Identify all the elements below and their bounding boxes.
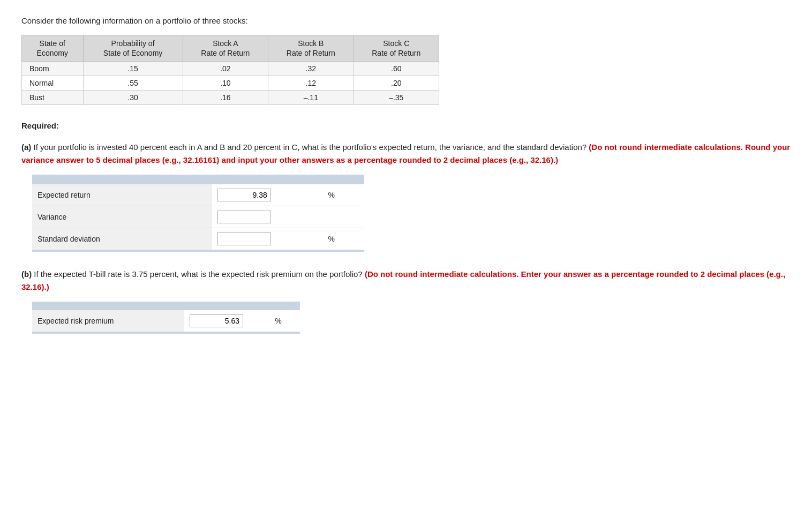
risk-premium-input-cell bbox=[184, 310, 269, 332]
row-stock-b: .32 bbox=[268, 62, 354, 76]
risk-premium-input[interactable] bbox=[190, 314, 243, 327]
part-b-letter: (b) bbox=[21, 269, 32, 279]
part-a-normal: If your portfolio is invested 40 percent… bbox=[34, 142, 587, 152]
row-stock-c: .60 bbox=[354, 62, 439, 76]
expected-return-unit: % bbox=[322, 184, 364, 206]
part-a-block: (a) If your portfolio is invested 40 per… bbox=[21, 141, 791, 252]
part-b-normal-text: If the expected T-bill rate is 3.75 perc… bbox=[34, 269, 362, 279]
part-a-letter: (a) bbox=[21, 142, 31, 152]
row-state: Bust bbox=[22, 91, 84, 105]
variance-input-cell bbox=[212, 206, 323, 228]
part-b-header-bar bbox=[32, 302, 300, 310]
row-stock-b: –.11 bbox=[268, 91, 354, 105]
row-stock-a: .16 bbox=[183, 91, 268, 105]
part-b-footer-bar bbox=[32, 332, 300, 334]
col-header-stock-b: Stock BRate of Return bbox=[268, 35, 354, 62]
intro-text: Consider the following information on a … bbox=[21, 16, 791, 25]
col-header-stock-c: Stock CRate of Return bbox=[354, 35, 439, 62]
col-header-stock-a: Stock ARate of Return bbox=[183, 35, 268, 62]
row-stock-c: –.35 bbox=[354, 91, 439, 105]
expected-return-input[interactable] bbox=[217, 189, 271, 201]
row-stock-c: .20 bbox=[354, 76, 439, 91]
table-row: Normal .55 .10 .12 .20 bbox=[22, 76, 439, 91]
part-a-question: (a) If your portfolio is invested 40 per… bbox=[21, 141, 791, 166]
required-label: Required: bbox=[21, 121, 791, 130]
variance-input[interactable] bbox=[217, 211, 271, 223]
std-dev-unit: % bbox=[322, 228, 364, 250]
std-dev-input[interactable] bbox=[217, 232, 271, 245]
part-b-block: (b) If the expected T-bill rate is 3.75 … bbox=[21, 268, 791, 334]
std-dev-label: Standard deviation bbox=[32, 228, 212, 250]
part-b-answer-table: Expected risk premium % bbox=[32, 302, 300, 334]
col-header-state: State ofEconomy bbox=[22, 35, 84, 62]
row-probability: .15 bbox=[83, 62, 183, 76]
part-a-footer-bar bbox=[32, 250, 364, 252]
portfolio-table: State ofEconomy Probability ofState of E… bbox=[21, 35, 439, 105]
std-dev-input-cell bbox=[212, 228, 323, 250]
part-a-answer-table: Expected return % Variance Standard devi… bbox=[32, 175, 364, 252]
row-probability: .30 bbox=[83, 91, 183, 105]
variance-label: Variance bbox=[32, 206, 212, 228]
variance-unit bbox=[322, 206, 364, 228]
std-dev-row: Standard deviation % bbox=[32, 228, 364, 250]
col-header-probability: Probability ofState of Economy bbox=[83, 35, 183, 62]
variance-row: Variance bbox=[32, 206, 364, 228]
risk-premium-row: Expected risk premium % bbox=[32, 310, 300, 332]
row-stock-b: .12 bbox=[268, 76, 354, 91]
expected-return-label: Expected return bbox=[32, 184, 212, 206]
part-a-header-bar bbox=[32, 175, 364, 184]
row-state: Boom bbox=[22, 62, 84, 76]
row-stock-a: .02 bbox=[183, 62, 268, 76]
part-b-question: (b) If the expected T-bill rate is 3.75 … bbox=[21, 268, 791, 293]
expected-return-input-cell bbox=[212, 184, 323, 206]
row-state: Normal bbox=[22, 76, 84, 91]
expected-return-row: Expected return % bbox=[32, 184, 364, 206]
row-stock-a: .10 bbox=[183, 76, 268, 91]
risk-premium-label: Expected risk premium bbox=[32, 310, 184, 332]
risk-premium-unit: % bbox=[269, 310, 300, 332]
table-row: Bust .30 .16 –.11 –.35 bbox=[22, 91, 439, 105]
table-row: Boom .15 .02 .32 .60 bbox=[22, 62, 439, 76]
row-probability: .55 bbox=[83, 76, 183, 91]
required-section: Required: bbox=[21, 121, 791, 130]
